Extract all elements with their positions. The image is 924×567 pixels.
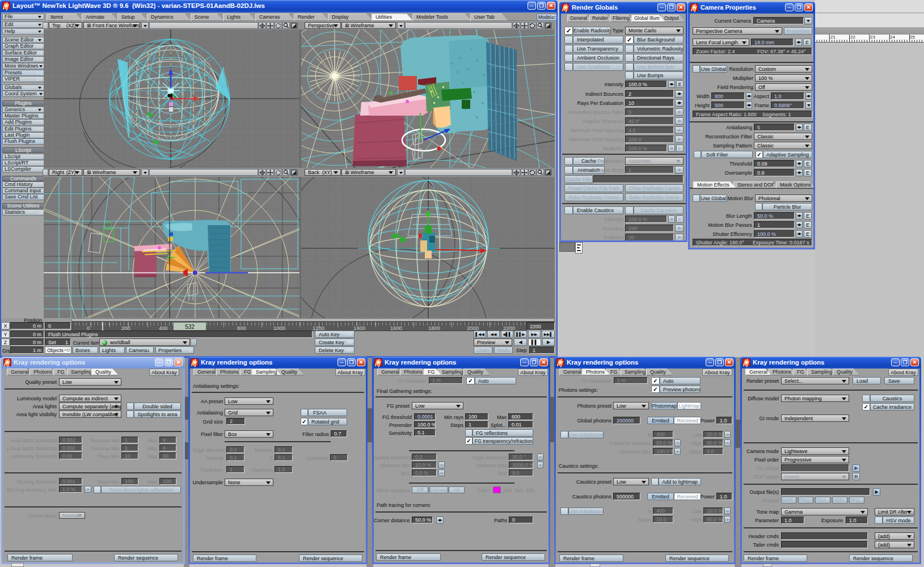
svg-text:25: 25 <box>910 35 915 40</box>
svg-text:22: 22 <box>850 35 855 40</box>
svg-text:23: 23 <box>870 35 875 40</box>
svg-text:21: 21 <box>830 35 836 40</box>
svg-text:24: 24 <box>890 35 895 40</box>
